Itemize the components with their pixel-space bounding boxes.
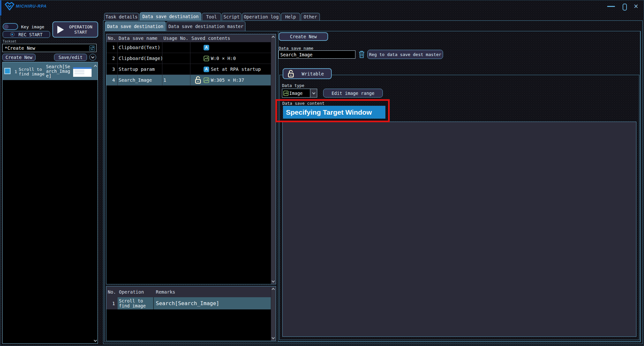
maximize-button[interactable] bbox=[623, 4, 627, 11]
scroll-up-icon[interactable] bbox=[272, 36, 275, 39]
tab-other[interactable]: Other bbox=[301, 13, 320, 20]
image-type-icon bbox=[283, 91, 289, 96]
play-icon bbox=[57, 26, 64, 34]
data-save-content-label: Data save content bbox=[282, 101, 324, 106]
task-list-item[interactable]: 1 Scroll to find image Search[Search_Ima… bbox=[3, 62, 98, 80]
text-type-icon: A bbox=[204, 67, 209, 72]
task-checkbox[interactable] bbox=[4, 68, 11, 74]
edit-image-range-button[interactable]: Edit image range bbox=[323, 89, 383, 98]
tab-help[interactable]: Help bbox=[281, 13, 300, 20]
operation-scrollbar[interactable] bbox=[271, 286, 276, 341]
tab-task-details[interactable]: Task details bbox=[104, 13, 139, 20]
task-list: 1 Scroll to find image Search[Search_Ima… bbox=[2, 62, 98, 344]
save-edit-button[interactable]: Save/edit bbox=[54, 54, 87, 61]
data-type-select[interactable]: Image bbox=[282, 89, 317, 98]
app-title: MICHIRU-RPA bbox=[16, 4, 47, 9]
unlock-icon bbox=[287, 70, 294, 78]
minimize-button[interactable] bbox=[607, 6, 615, 7]
dropdown-arrow[interactable] bbox=[310, 89, 317, 97]
table-row[interactable]: 1 Clipboard(Text) A bbox=[106, 42, 271, 53]
sub-tabs: Data save destination Data save destinat… bbox=[105, 21, 245, 31]
scroll-down-icon[interactable] bbox=[272, 279, 275, 283]
taskset-label: Taskset bbox=[3, 40, 16, 43]
chevron-down-icon bbox=[91, 55, 95, 58]
tab-script[interactable]: Script bbox=[222, 13, 241, 20]
operation-start-button[interactable]: OPERATIONSTART bbox=[52, 21, 98, 38]
tab-data-save-destination[interactable]: Data save destination bbox=[140, 12, 201, 20]
table-row[interactable]: 2 Clipboard(Image) W:0 × H:0 bbox=[106, 53, 271, 64]
key-image-toggle[interactable] bbox=[3, 23, 18, 30]
app-logo-icon bbox=[4, 1, 15, 13]
create-new-button-sidebar[interactable]: Create New bbox=[2, 54, 36, 61]
main-tabs: Task details Data save destination Tool … bbox=[104, 13, 320, 20]
operation-table-header: No. Operation Remarks bbox=[106, 286, 276, 297]
table-header: No. Data save name Usage No. Saved conte… bbox=[106, 34, 276, 42]
operation-row[interactable]: 1 Scroll to find image Search[Search_Ima… bbox=[106, 297, 271, 309]
image-type-icon bbox=[204, 56, 209, 61]
taskset-edit-icon[interactable] bbox=[89, 45, 95, 51]
reg-to-master-button[interactable]: Reg to data save dest master bbox=[367, 50, 443, 59]
data-save-table: No. Data save name Usage No. Saved conte… bbox=[106, 34, 276, 284]
text-type-icon: A bbox=[204, 45, 209, 50]
scroll-down-icon[interactable] bbox=[94, 339, 97, 342]
image-type-icon bbox=[204, 77, 209, 83]
writable-button[interactable]: Writable bbox=[283, 68, 332, 79]
subtab-data-save-destination-master[interactable]: Data save destination master bbox=[166, 21, 245, 31]
unlock-icon bbox=[194, 76, 202, 84]
scroll-up-icon[interactable] bbox=[272, 288, 275, 291]
table-row[interactable]: 3 Startup param A Set at RPA startup bbox=[106, 64, 271, 75]
create-new-button[interactable]: Create New bbox=[279, 32, 328, 41]
tab-operation-log[interactable]: Operation log bbox=[242, 13, 280, 20]
delete-icon[interactable] bbox=[358, 50, 365, 60]
table-row-selected[interactable]: 4 Search_Image 1 W:305 × H:37 bbox=[106, 75, 271, 86]
taskset-input[interactable]: *Create New bbox=[2, 44, 97, 52]
accent-strip bbox=[0, 0, 1, 15]
tab-tool[interactable]: Tool bbox=[202, 13, 221, 20]
operation-table: No. Operation Remarks 1 Scroll to find i… bbox=[106, 286, 276, 341]
data-save-name-input[interactable]: Search_Image bbox=[278, 50, 355, 59]
close-button[interactable]: × bbox=[634, 2, 638, 11]
scroll-down-icon[interactable] bbox=[272, 336, 275, 339]
data-save-name-label: Data save name bbox=[279, 46, 313, 51]
specify-target-window-button[interactable]: Specifying Target Window bbox=[283, 106, 385, 119]
expand-tasks-button[interactable] bbox=[89, 54, 96, 61]
rec-start-button[interactable]: REC START bbox=[3, 31, 50, 38]
key-image-label: Key image bbox=[21, 24, 44, 29]
record-icon bbox=[10, 32, 14, 37]
data-save-content-panel bbox=[282, 122, 636, 337]
data-type-label: Data type bbox=[282, 83, 304, 88]
subtab-data-save-destination[interactable]: Data save destination bbox=[105, 21, 166, 31]
task-thumbnail bbox=[73, 67, 92, 77]
toggle-knob bbox=[4, 24, 9, 29]
table-scrollbar[interactable] bbox=[271, 34, 276, 284]
